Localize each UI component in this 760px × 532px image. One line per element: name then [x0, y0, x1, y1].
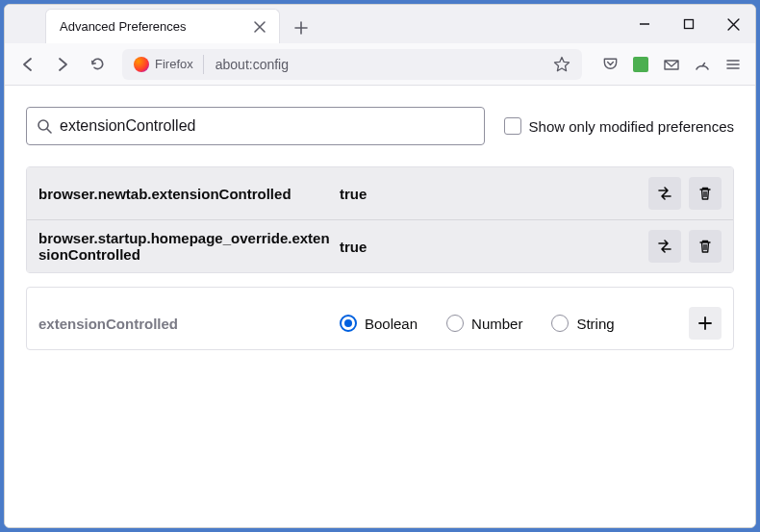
delete-button[interactable] [689, 230, 722, 263]
close-window-button[interactable] [711, 5, 755, 43]
radio-string[interactable]: String [551, 315, 614, 332]
about-config-content: Show only modified preferences browser.n… [5, 86, 755, 527]
new-preference-name[interactable]: extensionControlled [38, 316, 332, 332]
forward-button[interactable] [47, 49, 78, 80]
radio-label: Number [471, 316, 522, 332]
svg-rect-0 [685, 20, 694, 29]
new-preference-row: extensionControlled Boolean Number Strin… [27, 297, 733, 349]
site-identity[interactable]: Firefox [130, 55, 204, 74]
radio-icon [340, 315, 357, 332]
extension-icon[interactable] [626, 50, 655, 79]
search-input[interactable] [60, 117, 474, 135]
preference-name[interactable]: browser.startup.homepage_override.extens… [38, 230, 332, 263]
new-tab-button[interactable] [286, 13, 317, 43]
preference-row: browser.startup.homepage_override.extens… [27, 219, 733, 272]
firefox-icon [134, 57, 149, 72]
preference-row: browser.newtab.extensionControlled true [27, 167, 733, 219]
window-controls [622, 5, 755, 43]
radio-icon [446, 315, 464, 332]
tab-title: Advanced Preferences [60, 19, 250, 34]
menu-icon[interactable] [719, 50, 747, 79]
show-only-modified-checkbox[interactable]: Show only modified preferences [504, 117, 734, 135]
address-bar[interactable]: Firefox about:config [122, 49, 582, 80]
preference-list: browser.newtab.extensionControlled true … [26, 166, 734, 273]
checkbox-icon [504, 117, 521, 135]
tab-bar: Advanced Preferences [5, 5, 755, 43]
radio-boolean[interactable]: Boolean [340, 315, 418, 332]
url-text: about:config [210, 57, 544, 72]
tab-active[interactable]: Advanced Preferences [45, 9, 280, 43]
maximize-button[interactable] [667, 5, 711, 43]
new-preference-row-container: extensionControlled Boolean Number Strin… [26, 287, 734, 350]
identity-label: Firefox [155, 57, 193, 71]
radio-label: String [576, 316, 614, 332]
preference-value[interactable]: true [340, 239, 641, 255]
mail-icon[interactable] [657, 50, 686, 79]
delete-button[interactable] [689, 177, 722, 210]
bookmark-star-icon[interactable] [549, 56, 574, 73]
pocket-icon[interactable] [595, 50, 624, 79]
radio-icon [551, 315, 569, 332]
radio-label: Boolean [365, 316, 418, 332]
reload-button[interactable] [82, 49, 113, 80]
toolbar-icons [595, 50, 747, 79]
type-radio-group: Boolean Number String [340, 315, 681, 332]
nav-bar: Firefox about:config [5, 43, 755, 86]
search-box[interactable] [26, 107, 485, 145]
back-button[interactable] [13, 49, 43, 80]
dashboard-icon[interactable] [688, 50, 717, 79]
radio-number[interactable]: Number [446, 315, 522, 332]
toggle-button[interactable] [648, 177, 681, 210]
toggle-button[interactable] [648, 230, 681, 263]
browser-window: Advanced Preferences [4, 4, 756, 528]
preference-name[interactable]: browser.newtab.extensionControlled [38, 186, 332, 202]
close-tab-icon[interactable] [250, 17, 269, 37]
search-row: Show only modified preferences [26, 107, 734, 145]
add-button[interactable] [689, 307, 722, 340]
search-icon [37, 118, 52, 134]
minimize-button[interactable] [622, 5, 667, 43]
checkbox-label: Show only modified preferences [529, 118, 734, 135]
preference-value[interactable]: true [340, 186, 641, 202]
